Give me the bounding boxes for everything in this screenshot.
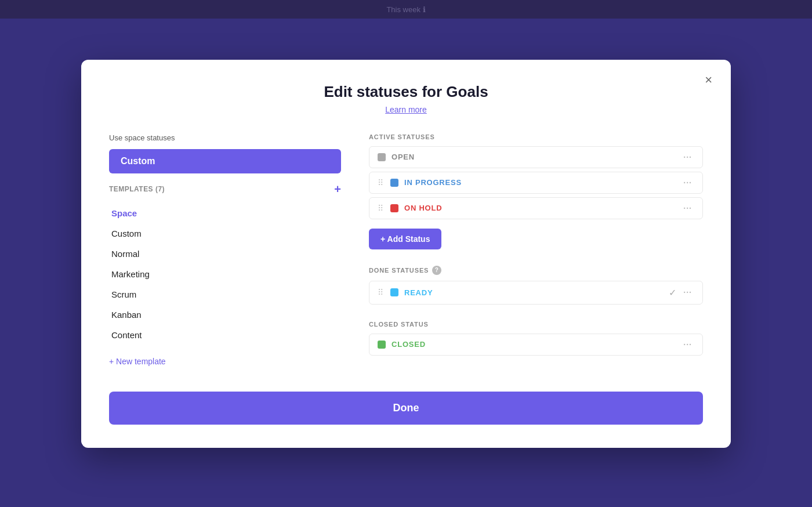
template-item-scrum[interactable]: Scrum xyxy=(109,284,341,305)
modal-footer: Done xyxy=(109,392,703,425)
status-name-on-hold: ON HOLD xyxy=(404,204,675,212)
status-name-ready: READY xyxy=(404,288,663,297)
template-list: Space Custom Normal Marketing Scrum Kanb… xyxy=(109,203,341,345)
status-dot-ready xyxy=(390,288,398,296)
learn-more-link[interactable]: Learn more xyxy=(385,105,427,114)
closed-status-label: CLOSED STATUS xyxy=(369,321,703,328)
drag-handle-in-progress[interactable]: ⠿ xyxy=(378,178,383,187)
status-actions-on-hold: ··· xyxy=(681,204,694,213)
done-statuses-label: DONE STATUSES ? xyxy=(369,266,703,275)
template-item-normal[interactable]: Normal xyxy=(109,244,341,264)
status-row-on-hold: ⠿ ON HOLD ··· xyxy=(369,197,703,219)
status-menu-on-hold[interactable]: ··· xyxy=(681,204,694,213)
right-panel: ACTIVE STATUSES OPEN ··· ⠿ IN PROGRESS xyxy=(369,133,703,368)
status-dot-in-progress xyxy=(390,179,398,187)
new-template-button[interactable]: + New template xyxy=(109,354,166,368)
status-actions-ready: ✓ ··· xyxy=(669,287,694,298)
status-row-closed: CLOSED ··· xyxy=(369,334,703,356)
status-actions-open: ··· xyxy=(681,153,694,162)
status-name-in-progress: IN PROGRESS xyxy=(404,178,675,187)
templates-row: TEMPLATES (7) + xyxy=(109,183,341,196)
done-button[interactable]: Done xyxy=(109,392,703,425)
active-statuses-label: ACTIVE STATUSES xyxy=(369,133,703,140)
status-menu-ready[interactable]: ··· xyxy=(681,288,694,297)
edit-statuses-modal: × Edit statuses for Goals Learn more Use… xyxy=(81,60,731,448)
modal-body: Use space statuses Custom TEMPLATES (7) … xyxy=(109,133,703,368)
modal-title: Edit statuses for Goals xyxy=(109,83,703,101)
status-name-open: OPEN xyxy=(392,153,675,161)
status-menu-closed[interactable]: ··· xyxy=(681,340,694,349)
status-name-closed: CLOSED xyxy=(392,340,675,349)
status-row-open: OPEN ··· xyxy=(369,146,703,168)
close-button[interactable]: × xyxy=(700,71,717,89)
status-actions-in-progress: ··· xyxy=(681,178,694,187)
status-menu-in-progress[interactable]: ··· xyxy=(681,178,694,187)
modal-header: Edit statuses for Goals Learn more xyxy=(109,83,703,115)
status-dot-open xyxy=(378,153,386,161)
template-item-custom[interactable]: Custom xyxy=(109,223,341,244)
left-panel: Use space statuses Custom TEMPLATES (7) … xyxy=(109,133,341,368)
status-actions-closed: ··· xyxy=(681,340,694,349)
use-space-label: Use space statuses xyxy=(109,133,341,142)
status-row-in-progress: ⠿ IN PROGRESS ··· xyxy=(369,172,703,194)
status-dot-on-hold xyxy=(390,204,398,212)
drag-handle-ready[interactable]: ⠿ xyxy=(378,288,383,297)
template-item-kanban[interactable]: Kanban xyxy=(109,305,341,325)
custom-selected-button[interactable]: Custom xyxy=(109,149,341,173)
template-item-marketing[interactable]: Marketing xyxy=(109,264,341,284)
status-dot-closed xyxy=(378,341,386,349)
templates-label: TEMPLATES (7) xyxy=(109,185,165,193)
drag-handle-on-hold[interactable]: ⠿ xyxy=(378,204,383,213)
template-item-space[interactable]: Space xyxy=(109,203,341,223)
modal-overlay: × Edit statuses for Goals Learn more Use… xyxy=(0,0,812,507)
templates-add-button[interactable]: + xyxy=(334,183,341,196)
add-status-button[interactable]: + Add Status xyxy=(369,229,441,249)
done-statuses-help-icon[interactable]: ? xyxy=(432,266,441,275)
template-item-content[interactable]: Content xyxy=(109,325,341,345)
check-icon-ready: ✓ xyxy=(669,287,676,298)
status-menu-open[interactable]: ··· xyxy=(681,153,694,162)
status-row-ready: ⠿ READY ✓ ··· xyxy=(369,281,703,305)
